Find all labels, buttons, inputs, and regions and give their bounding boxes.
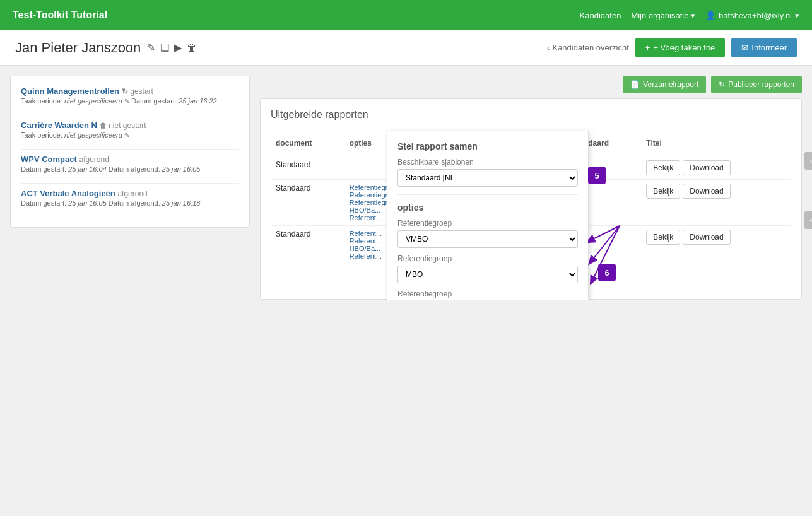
play-icon[interactable]: ▶ [174,42,182,54]
opties-title: opties [397,202,578,213]
reports-panel: Uitgebreide rapporten document opties No… [260,98,802,300]
top-action-bar: 📄 Verzamelrapport ↻ Publiceer rapporten [260,76,802,93]
refresh-icon: ↻ [719,80,725,89]
main-content: Quinn Managementrollen ↻ gestart Taak pe… [0,66,812,300]
edit-small-icon: ✎ [124,98,129,105]
ref-label-1: Referentiegroep [397,219,578,228]
referentiegroep-select-2[interactable]: MBO [397,266,578,283]
sync-icon: ↻ [122,87,128,96]
download-row-2: ‹ 📄 Download rapport [804,209,812,232]
cell-actions: Bekijk Download [641,226,791,264]
task-title[interactable]: Carrière Waarden N 🗑 niet gestart [21,120,239,130]
file-icon: 📄 [630,80,640,89]
bekijk-button[interactable]: Bekijk [646,160,680,175]
task-subtitle: Datum gestart: 25 jan 16:04 Datum afgero… [21,165,239,173]
bekijk-button[interactable]: Bekijk [646,184,680,199]
task-subtitle: Taak periode: niet gespecificeerd ✎ Datu… [21,97,239,105]
trash-small-icon: 🗑 [100,122,107,129]
arrow-to-select: ← [588,164,601,179]
col-document: document [271,131,344,156]
right-area: 📄 Verzamelrapport ↻ Publiceer rapporten … [260,76,802,300]
task-title[interactable]: ACT Verbale Analogieën afgerond [21,189,239,198]
ref-label-3: Referentiegroep [397,290,578,298]
caret-icon: ▾ [691,11,695,20]
header-nav-mijn-organisatie[interactable]: Mijn organisatie ▾ [631,11,695,20]
referentiegroep-select-1[interactable]: VMBO [397,230,578,248]
chevron-left-icon: ‹ [547,43,550,52]
chevron-collapse-button-1[interactable]: ‹ [804,152,812,170]
download-rapport-area: ‹ 📄 Download rapport ‹ 📄 Download rappor… [804,150,812,232]
reports-panel-title: Uitgebreide rapporten [271,109,791,120]
sub-header-right: ‹ Kandidaten overzicht + + Voeg taken to… [547,38,797,57]
task-subtitle: Datum gestart: 25 jan 16:05 Datum afgero… [21,199,239,207]
list-item: Carrière Waarden N 🗑 niet gestart Taak p… [21,120,239,139]
download-button[interactable]: Download [683,184,730,199]
cell-document: Standaard [271,180,344,226]
task-list: Quinn Managementrollen ↻ gestart Taak pe… [10,76,250,228]
title-icons: ✎ ❑ ▶ 🗑 [147,42,197,54]
trash-icon[interactable]: 🗑 [187,42,197,54]
add-task-button[interactable]: + + Voeg taken toe [635,38,726,57]
edit-small-icon: ✎ [124,132,129,139]
download-row-1: ‹ 📄 Download rapport [804,150,812,172]
task-status: gestart [130,87,153,96]
task-status: afgerond [79,155,109,164]
task-title[interactable]: WPV Compact afgerond [21,155,239,164]
task-status: afgerond [117,189,147,198]
ref-label-2: Referentiegroep [397,254,578,263]
overlay-panel: Stel rapport samen Beschikbare sjablonen… [387,131,589,300]
task-status: niet gestart [109,121,146,130]
download-button[interactable]: Download [683,160,730,175]
cell-actions: Bekijk Download [641,180,791,226]
bekijk-button[interactable]: Bekijk [646,230,680,245]
inform-button[interactable]: ✉ Informeer [731,38,797,57]
verzamelrapport-button[interactable]: 📄 Verzamelrapport [623,76,706,93]
cell-document: Standaard [271,226,344,264]
sjablonen-select[interactable]: Standaard [NL] [397,169,578,187]
plus-icon: + [645,43,650,52]
download-button[interactable]: Download [683,230,730,245]
header-user[interactable]: 👤 batsheva+bt@ixly.nl ▾ [705,11,799,20]
caret-icon: ▾ [795,11,799,20]
task-subtitle: Taak periode: niet gespecificeerd ✎ [21,131,239,139]
svg-line-3 [594,226,620,276]
cell-document: Standaard [271,156,344,180]
header: Test-Toolkit Tutorial Kandidaten Mijn or… [0,0,812,30]
sjablonen-label: Beschikbare sjablonen [397,158,578,167]
arrows-decoration [588,220,623,295]
publiceer-rapporten-button[interactable]: ↻ Publiceer rapporten [711,76,802,93]
app-title: Test-Toolkit Tutorial [13,9,107,21]
svg-line-2 [594,226,620,257]
header-nav: Kandidaten Mijn organisatie ▾ 👤 batsheva… [580,11,799,20]
page-title: Jan Pieter Janszoon [15,40,141,56]
list-item: WPV Compact afgerond Datum gestart: 25 j… [21,155,239,173]
overlay-section-title: Stel rapport samen [397,141,578,151]
list-item: ACT Verbale Analogieën afgerond Datum ge… [21,189,239,207]
back-link[interactable]: ‹ Kandidaten overzicht [547,43,629,52]
col-titel: Titel [641,131,791,156]
edit-icon[interactable]: ✎ [147,42,155,54]
mail-icon: ✉ [741,43,748,52]
header-nav-kandidaten[interactable]: Kandidaten [580,11,621,20]
page-title-area: Jan Pieter Janszoon ✎ ❑ ▶ 🗑 [15,40,197,56]
chevron-collapse-button-2[interactable]: ‹ [804,211,812,229]
sub-header: Jan Pieter Janszoon ✎ ❑ ▶ 🗑 ‹ Kandidaten… [0,30,812,66]
user-icon: 👤 [705,11,715,20]
list-item: Quinn Managementrollen ↻ gestart Taak pe… [21,86,239,105]
cell-actions: Bekijk Download [641,156,791,180]
task-title[interactable]: Quinn Managementrollen ↻ gestart [21,86,239,96]
copy-icon[interactable]: ❑ [160,42,169,54]
